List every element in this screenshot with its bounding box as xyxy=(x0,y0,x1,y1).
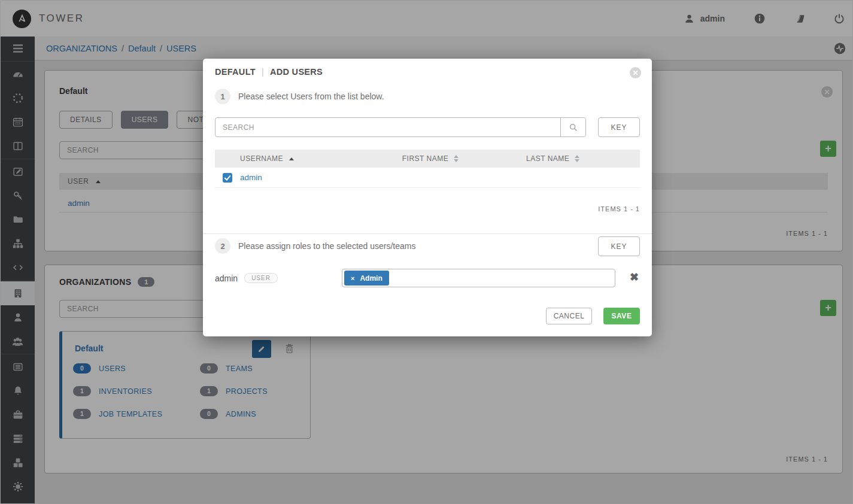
role-user-name: admin xyxy=(215,274,238,283)
role-chip-admin: × Admin xyxy=(344,271,389,286)
modal-section-divider xyxy=(203,233,652,234)
sort-both-icon xyxy=(454,155,459,162)
modal-user-link[interactable]: admin xyxy=(240,173,262,182)
modal-items-count: ITEMS 1 - 1 xyxy=(598,205,640,212)
last-name-column-header[interactable]: LAST NAME xyxy=(514,154,640,163)
step-1-row: 1 Please select Users from the list belo… xyxy=(215,89,384,104)
remove-role-icon[interactable]: × xyxy=(351,275,354,282)
modal-search-input[interactable] xyxy=(215,118,560,136)
app-window: TOWER admin xyxy=(0,0,853,504)
modal-org-title: DEFAULT xyxy=(215,67,256,77)
role-assignment-row: admin USER × Admin ✖ xyxy=(215,268,640,288)
modal-user-row: admin xyxy=(215,168,640,188)
modal-action-title: ADD USERS xyxy=(270,67,323,77)
row-checkbox-cell xyxy=(215,173,240,183)
step-2-row: 2 Please assign roles to the selected us… xyxy=(215,238,416,254)
username-column-header[interactable]: USERNAME xyxy=(240,154,347,163)
remove-role-row-button[interactable]: ✖ xyxy=(630,272,639,283)
modal-header: DEFAULT | ADD USERS xyxy=(215,67,323,77)
cancel-button[interactable]: CANCEL xyxy=(546,308,592,324)
modal-title-separator: | xyxy=(262,67,264,77)
search-key-button[interactable]: KEY xyxy=(598,117,640,137)
add-users-modal: DEFAULT | ADD USERS ✕ 1 Please select Us… xyxy=(203,59,652,336)
step-2-text: Please assign roles to the selected user… xyxy=(238,241,416,251)
save-button[interactable]: SAVE xyxy=(603,308,640,324)
first-name-column-header[interactable]: FIRST NAME xyxy=(347,154,514,163)
row-checkbox[interactable] xyxy=(223,173,232,183)
modal-table-header: USERNAME FIRST NAME LAST NAME xyxy=(215,150,640,168)
username-column-label: USERNAME xyxy=(240,154,283,163)
sort-asc-icon xyxy=(289,157,294,160)
modal-search-box xyxy=(215,117,586,137)
roles-key-button[interactable]: KEY xyxy=(598,236,640,256)
step-1-number: 1 xyxy=(215,89,230,104)
modal-footer: CANCEL SAVE xyxy=(546,308,640,324)
role-user-type-badge: USER xyxy=(244,273,278,283)
first-name-column-label: FIRST NAME xyxy=(402,154,448,163)
search-icon xyxy=(569,123,578,132)
step-1-text: Please select Users from the list below. xyxy=(238,92,384,101)
roles-tag-input[interactable]: × Admin xyxy=(342,269,615,287)
role-chip-label: Admin xyxy=(360,274,382,283)
step-2-number: 2 xyxy=(215,238,230,254)
modal-close-button[interactable]: ✕ xyxy=(630,67,641,78)
modal-search-row: KEY xyxy=(215,117,640,137)
sort-both-icon xyxy=(575,155,579,162)
last-name-column-label: LAST NAME xyxy=(526,154,569,163)
search-submit-button[interactable] xyxy=(560,118,585,136)
